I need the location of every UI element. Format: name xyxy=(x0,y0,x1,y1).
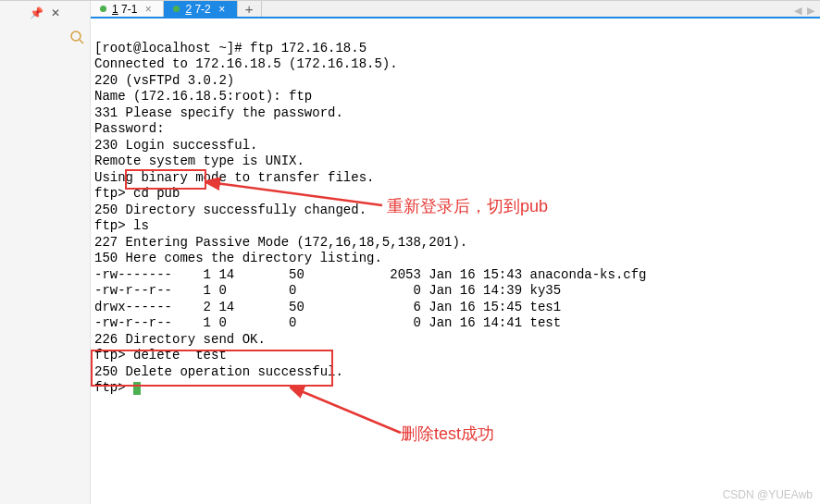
tab-7-1[interactable]: 1 7-1 × xyxy=(91,1,164,17)
terminal-line: 150 Here comes the directory listing. xyxy=(94,251,382,265)
pin-icon[interactable]: 📌 xyxy=(30,6,43,19)
modified-dot-icon xyxy=(173,6,180,12)
terminal-line: Remote system type is UNIX. xyxy=(94,154,304,168)
watermark: CSDN @YUEAwb xyxy=(723,488,813,501)
annotation-relogin: 重新登录后，切到pub xyxy=(387,196,548,217)
main-area: 1 7-1 × 2 7-2 × + ◀ ▶ [root@localhost ~]… xyxy=(91,1,820,504)
left-gutter: 📌 ✕ xyxy=(0,1,91,504)
terminal-line: 250 Directory successfully changed. xyxy=(94,203,367,217)
svg-point-0 xyxy=(71,31,81,41)
close-all-icon[interactable]: ✕ xyxy=(51,6,60,19)
arrow-delete xyxy=(290,387,419,442)
gutter-icons: 📌 ✕ xyxy=(30,4,60,22)
terminal-line: 227 Entering Passive Mode (172,16,18,5,1… xyxy=(94,235,467,250)
svg-line-1 xyxy=(80,40,83,43)
terminal-line: -rw------- 1 14 50 2053 Jan 16 15:43 ana… xyxy=(94,267,647,282)
modified-dot-icon xyxy=(100,6,106,12)
close-icon[interactable]: × xyxy=(217,4,228,15)
terminal-line: -rw-r--r-- 1 0 0 0 Jan 16 14:39 ky35 xyxy=(94,283,561,298)
terminal-line: Using binary mode to transfer files. xyxy=(94,170,374,185)
tab-num: 1 7-1 xyxy=(112,3,137,16)
annotation-delete: 删除test成功 xyxy=(401,424,494,445)
terminal-output[interactable]: [root@localhost ~]# ftp 172.16.18.5 Conn… xyxy=(91,18,820,504)
terminal-line: ftp> delete test xyxy=(94,348,227,363)
terminal-line: 226 Directory send OK. xyxy=(94,332,266,347)
chevron-right-icon[interactable]: ▶ xyxy=(807,5,814,17)
terminal-line: drwx------ 2 14 50 6 Jan 16 15:45 tes1 xyxy=(94,300,561,314)
terminal-line: 230 Login successful. xyxy=(94,138,257,153)
tab-7-2[interactable]: 2 7-2 × xyxy=(164,1,237,17)
terminal-prompt: ftp> xyxy=(94,380,133,395)
terminal-line: ftp> cd pub xyxy=(94,186,180,201)
tab-bar: 1 7-1 × 2 7-2 × + ◀ ▶ xyxy=(91,1,820,18)
chevron-left-icon[interactable]: ◀ xyxy=(794,5,801,17)
terminal-line: ftp> ls xyxy=(94,218,149,233)
terminal-line: -rw-r--r-- 1 0 0 0 Jan 16 14:41 test xyxy=(94,315,561,330)
tab-nav-arrows: ◀ ▶ xyxy=(794,5,814,17)
cursor-icon xyxy=(133,382,141,395)
svg-line-3 xyxy=(299,390,401,433)
terminal-line: [root@localhost ~]# ftp 172.16.18.5 xyxy=(94,41,367,55)
terminal-line: 250 Delete operation successful. xyxy=(94,364,343,379)
app-container: 📌 ✕ 1 7-1 × 2 7-2 × + ◀ ▶ [root@lo xyxy=(0,0,820,504)
terminal-line: Connected to 172.16.18.5 (172.16.18.5). xyxy=(94,56,398,71)
terminal-line: Name (172.16.18.5:root): ftp xyxy=(94,89,312,104)
tab-num: 2 7-2 xyxy=(185,3,210,16)
terminal-line: 220 (vsFTPd 3.0.2) xyxy=(94,73,234,88)
terminal-line: Password: xyxy=(94,121,165,136)
terminal-line: 331 Please specify the password. xyxy=(94,105,343,120)
add-tab-button[interactable]: + xyxy=(238,1,262,17)
search-icon[interactable] xyxy=(69,30,84,47)
close-icon[interactable]: × xyxy=(143,4,154,15)
